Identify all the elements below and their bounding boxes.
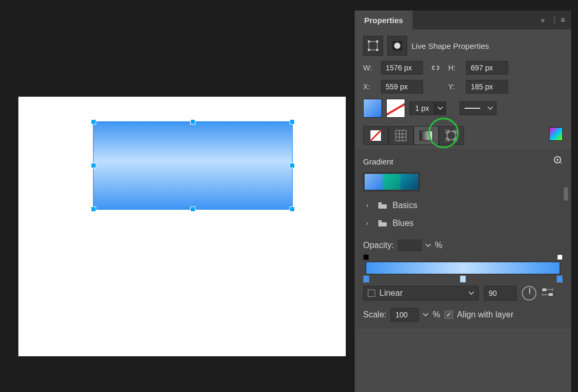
folder-icon — [378, 220, 387, 227]
color-stop-1[interactable] — [363, 275, 369, 283]
gear-icon[interactable] — [553, 156, 563, 167]
w-label: W: — [363, 64, 376, 72]
gradient-preset-2[interactable] — [383, 174, 400, 190]
selection-handle-mt[interactable] — [190, 119, 195, 125]
opacity-stop-right[interactable] — [557, 254, 563, 260]
gradient-type-select[interactable]: Linear — [363, 286, 479, 301]
chevron-down-icon[interactable] — [434, 102, 446, 115]
scrollbar-thumb[interactable] — [564, 187, 568, 201]
scale-label: Scale: — [363, 310, 386, 319]
panel-menu-icon[interactable]: ≡ — [558, 15, 568, 25]
svg-rect-24 — [549, 293, 553, 296]
link-dimensions-icon[interactable] — [428, 62, 443, 74]
svg-rect-23 — [542, 288, 546, 291]
chevron-right-icon: › — [366, 220, 373, 227]
svg-rect-15 — [447, 131, 456, 140]
live-shape-icon — [363, 36, 383, 56]
angle-input[interactable]: 90 — [484, 286, 517, 301]
gradient-editor[interactable] — [363, 254, 563, 281]
folder-label: Basics — [393, 201, 417, 210]
gradient-preset-3[interactable] — [400, 174, 418, 190]
stroke-swatch[interactable] — [386, 99, 405, 118]
folder-icon — [378, 202, 387, 209]
opacity-unit: % — [435, 241, 442, 250]
svg-rect-14 — [420, 131, 432, 140]
color-picker-button[interactable] — [549, 127, 563, 141]
fill-none-button[interactable] — [363, 126, 388, 145]
height-input[interactable]: 697 px — [466, 61, 508, 75]
color-stop-2[interactable] — [460, 275, 466, 283]
x-input[interactable]: 559 px — [381, 80, 423, 94]
svg-point-22 — [561, 162, 562, 163]
selected-shape[interactable] — [93, 121, 293, 210]
opacity-stop-left[interactable] — [363, 254, 369, 260]
reverse-gradient-icon[interactable] — [542, 287, 553, 299]
selection-handle-br[interactable] — [290, 207, 295, 212]
svg-rect-3 — [368, 49, 370, 51]
scale-input[interactable]: 100 — [390, 308, 419, 322]
chevron-down-icon[interactable] — [423, 313, 428, 316]
svg-rect-9 — [396, 130, 406, 141]
stroke-width-input[interactable]: 1 px — [409, 101, 446, 115]
gradient-type-label: Linear — [379, 288, 465, 298]
svg-rect-1 — [368, 40, 370, 43]
svg-point-6 — [394, 43, 400, 49]
scale-unit: % — [432, 310, 440, 319]
gradient-folder-blues[interactable]: › Blues — [363, 214, 563, 232]
selection-handle-ml[interactable] — [91, 163, 96, 168]
gradient-preset-row — [363, 172, 420, 191]
fill-pattern-button[interactable] — [439, 126, 464, 145]
angle-dial[interactable] — [522, 286, 536, 301]
align-with-layer-label: Align with layer — [457, 310, 514, 319]
mask-icon — [387, 36, 407, 56]
selection-handle-tr[interactable] — [290, 119, 295, 125]
width-input[interactable]: 1576 px — [381, 61, 423, 75]
gradient-preset-1[interactable] — [365, 174, 383, 190]
chevron-down-icon[interactable] — [426, 244, 431, 247]
opacity-input[interactable] — [398, 240, 421, 251]
selection-handle-mb[interactable] — [190, 207, 195, 212]
tab-label: Properties — [364, 16, 403, 25]
svg-point-21 — [556, 159, 559, 161]
svg-rect-2 — [376, 40, 378, 43]
stroke-style-select[interactable] — [460, 101, 497, 115]
fill-solid-button[interactable] — [388, 126, 414, 145]
gradient-folder-basics[interactable]: › Basics — [363, 197, 563, 214]
chevron-down-icon — [469, 292, 474, 295]
chevron-right-icon: › — [366, 202, 373, 209]
selection-handle-bl[interactable] — [91, 207, 96, 212]
color-stop-3[interactable] — [556, 275, 563, 283]
collapse-icon[interactable]: » — [538, 15, 548, 25]
x-label: X: — [363, 82, 376, 91]
fill-swatch[interactable] — [363, 99, 382, 118]
gradient-type-icon — [368, 290, 375, 297]
selection-handle-tl[interactable] — [91, 119, 96, 125]
gradient-bar[interactable] — [366, 262, 560, 274]
folder-label: Blues — [393, 219, 414, 228]
selection-handle-mr[interactable] — [290, 163, 295, 168]
y-label: Y: — [448, 82, 461, 91]
align-with-layer-checkbox[interactable]: ✓ — [445, 311, 453, 319]
y-input[interactable]: 185 px — [466, 80, 508, 94]
svg-rect-4 — [376, 49, 378, 51]
h-label: H: — [448, 64, 461, 72]
tab-properties[interactable]: Properties — [355, 11, 412, 29]
opacity-label: Opacity: — [363, 241, 394, 250]
canvas[interactable] — [18, 97, 346, 356]
svg-rect-0 — [369, 42, 377, 50]
gradient-header: Gradient — [363, 157, 394, 166]
properties-panel: Properties » | ≡ Live Shape Properties W… — [355, 11, 571, 392]
section-title: Live Shape Properties — [411, 42, 489, 50]
fill-gradient-button[interactable] — [414, 126, 439, 145]
